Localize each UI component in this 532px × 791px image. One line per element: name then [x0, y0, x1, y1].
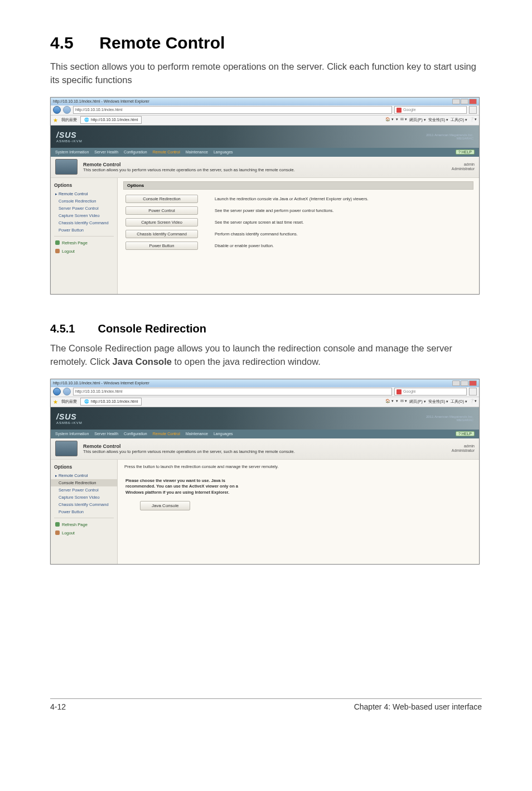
browser-tab[interactable]: 🌐 http://10.10.10.1/index.html: [80, 398, 142, 406]
java-console-button[interactable]: Java Console: [140, 501, 190, 510]
btn-console-redirection[interactable]: Console Redirection: [125, 195, 198, 203]
search-go-button[interactable]: [469, 388, 477, 396]
cmd-home-icon[interactable]: 🏠 ▾: [385, 117, 394, 123]
favorites-icon[interactable]: ★: [53, 117, 58, 123]
ie-command-bar: 🏠 ▾ ▾ ✉ ▾ 網頁(P) ▾ 安全性(S) ▾ 工具(O) ▾ ❔▾: [385, 399, 477, 404]
cmd-help-icon[interactable]: ❔▾: [470, 399, 477, 404]
menu-system-information[interactable]: System Information: [55, 150, 89, 154]
cmd-safety[interactable]: 安全性(S) ▾: [428, 117, 448, 123]
sidebar-power-button[interactable]: Power Button: [51, 508, 117, 515]
cmd-mail-icon[interactable]: ✉ ▾: [400, 117, 407, 123]
sidebar-remote-control[interactable]: Remote Control: [51, 190, 117, 197]
menu-configuration[interactable]: Configuration: [124, 432, 147, 436]
url-input[interactable]: http://10.10.10.1/index.html: [73, 106, 392, 114]
sidebar-server-power-control[interactable]: Server Power Control: [51, 205, 117, 212]
page-description: This section allows you to perform vario…: [83, 449, 295, 454]
minimize-button[interactable]: [452, 380, 460, 386]
forward-button[interactable]: [63, 388, 71, 396]
sidebar-refresh[interactable]: Refresh Page: [51, 520, 117, 529]
redirection-intro: Press the button to launch the redirecti…: [123, 463, 473, 475]
desc-power-button: Disable or enable power button.: [212, 240, 473, 252]
cmd-home-icon[interactable]: 🏠 ▾: [385, 399, 394, 404]
sidebar-logout[interactable]: Logout: [51, 247, 117, 255]
menu-system-information[interactable]: System Information: [55, 432, 89, 436]
search-go-button[interactable]: [469, 106, 477, 114]
sidebar-chassis-identify[interactable]: Chassis Identify Command: [51, 501, 117, 508]
help-button[interactable]: ? HELP: [456, 149, 475, 155]
tab-favicon: 🌐: [84, 117, 89, 123]
sidebar-chassis-identify[interactable]: Chassis Identify Command: [51, 219, 117, 226]
user-info: admin Administrator: [452, 162, 475, 172]
sidebar-server-power-control[interactable]: Server Power Control: [51, 486, 117, 494]
subsection-title-text: Console Redirection: [98, 322, 206, 335]
page-description: This section allows you to perform vario…: [83, 167, 295, 172]
brand-banner: /SUS ASMB6-iKVM 2011 American Megatrends…: [51, 126, 479, 148]
search-input[interactable]: Google: [394, 106, 467, 114]
btn-chassis-identify[interactable]: Chassis Identify Command: [125, 230, 198, 238]
sidebar-refresh[interactable]: Refresh Page: [51, 239, 117, 247]
screenshot-remote-control: http://10.10.10.1/index.html - Windows I…: [50, 97, 480, 295]
menu-remote-control[interactable]: Remote Control: [153, 432, 180, 436]
brand-sublogo: ASMB6-iKVM: [56, 139, 83, 143]
cmd-rss-icon[interactable]: ▾: [396, 117, 398, 123]
btn-power-button[interactable]: Power Button: [125, 242, 198, 250]
maximize-button[interactable]: [461, 380, 468, 386]
cmd-page[interactable]: 網頁(P) ▾: [409, 399, 425, 404]
page-title: Remote Control: [83, 443, 295, 449]
search-placeholder: Google: [403, 107, 416, 113]
footer-page-number: 4-12: [50, 702, 66, 711]
menu-maintenance[interactable]: Maintenance: [186, 150, 208, 154]
desc-console-redirection: Launch the redirection console via Java …: [212, 193, 473, 205]
menu-remote-control[interactable]: Remote Control: [153, 150, 180, 154]
cmd-tools[interactable]: 工具(O) ▾: [451, 399, 467, 404]
menu-server-health[interactable]: Server Health: [94, 432, 118, 436]
table-row: Power Button Disable or enable power but…: [123, 240, 473, 252]
back-button[interactable]: [53, 388, 61, 396]
cmd-tools[interactable]: 工具(O) ▾: [451, 117, 467, 123]
sidebar-remote-control[interactable]: Remote Control: [51, 472, 117, 479]
favorites-icon[interactable]: ★: [53, 399, 58, 405]
page-footer: 4-12 Chapter 4: Web-based user interface: [50, 698, 482, 711]
cmd-mail-icon[interactable]: ✉ ▾: [400, 399, 407, 404]
sidebar-capture-screen-video[interactable]: Capture Screen Video: [51, 494, 117, 501]
forward-button[interactable]: [63, 106, 71, 114]
cmd-rss-icon[interactable]: ▾: [396, 399, 398, 404]
brand-logo: /SUS: [56, 412, 83, 421]
browser-tab[interactable]: 🌐 http://10.10.10.1/index.html: [80, 116, 142, 124]
sidebar-console-redirection[interactable]: Console Redirection: [51, 197, 117, 205]
window-titlebar: http://10.10.10.1/index.html - Windows I…: [51, 379, 479, 387]
refresh-icon: [55, 522, 60, 527]
sidebar-logout[interactable]: Logout: [51, 529, 117, 537]
page-header: Remote Control This section allows you t…: [51, 438, 479, 460]
menu-maintenance[interactable]: Maintenance: [186, 432, 208, 436]
menu-configuration[interactable]: Configuration: [124, 150, 147, 154]
sidebar: Options Remote Control Console Redirecti…: [51, 460, 118, 565]
menu-languages[interactable]: Languages: [214, 150, 233, 154]
btn-power-control[interactable]: Power Control: [125, 206, 198, 215]
cmd-safety[interactable]: 安全性(S) ▾: [428, 399, 448, 404]
sidebar-capture-screen-video[interactable]: Capture Screen Video: [51, 212, 117, 219]
menu-server-health[interactable]: Server Health: [94, 150, 118, 154]
cmd-page[interactable]: 網頁(P) ▾: [409, 117, 425, 123]
minimize-button[interactable]: [452, 99, 460, 104]
maximize-button[interactable]: [461, 99, 468, 104]
sidebar-console-redirection[interactable]: Console Redirection: [51, 479, 117, 486]
brand-logo: /SUS: [56, 131, 83, 139]
btn-capture-screen-video[interactable]: Capture Screen Video: [125, 218, 198, 226]
close-button[interactable]: [469, 99, 477, 104]
section-heading: 4.5 Remote Control: [50, 33, 482, 52]
url-input[interactable]: http://10.10.10.1/index.html: [73, 388, 392, 396]
help-button[interactable]: ? HELP: [456, 431, 475, 436]
menu-languages[interactable]: Languages: [214, 432, 233, 436]
window-title: http://10.10.10.1/index.html - Windows I…: [53, 99, 149, 103]
search-input[interactable]: Google: [394, 388, 467, 396]
screenshot-console-redirection: http://10.10.10.1/index.html - Windows I…: [50, 379, 480, 565]
main-menubar: System Information Server Health Configu…: [51, 148, 479, 157]
favorites-label: 我的最愛: [61, 399, 77, 404]
logout-icon: [55, 530, 60, 535]
sidebar-power-button[interactable]: Power Button: [51, 226, 117, 234]
back-button[interactable]: [53, 106, 61, 114]
close-button[interactable]: [469, 380, 477, 386]
table-row: Capture Screen Video See the server capt…: [123, 216, 473, 228]
cmd-help-icon[interactable]: ❔▾: [470, 117, 477, 123]
